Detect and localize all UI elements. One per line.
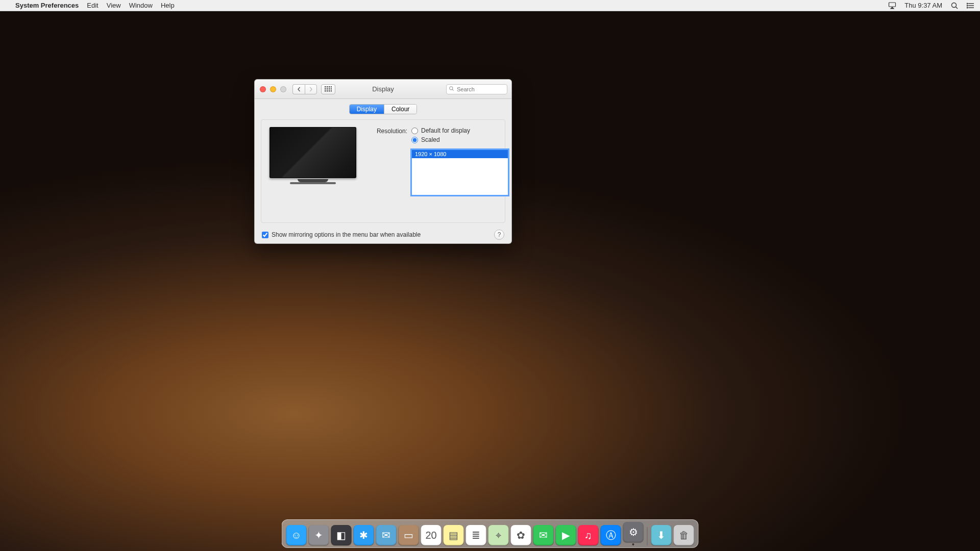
dock-app-itunes[interactable]: ♫ (578, 525, 599, 545)
dock-app-mail[interactable]: ✉ (376, 525, 397, 545)
dock-app-system-preferences[interactable]: ⚙ (623, 522, 644, 542)
svg-rect-14 (327, 88, 328, 90)
radio-default-for-display[interactable]: Default for display (411, 127, 508, 134)
window-footer: Show mirroring options in the menu bar w… (255, 226, 511, 243)
dock-app-finder[interactable]: ☺ (286, 525, 307, 545)
airplay-icon[interactable] (888, 2, 896, 10)
svg-rect-12 (331, 86, 332, 88)
dock-app-messages[interactable]: ✉ (533, 525, 554, 545)
dock: ☺✦◧✱✉▭20▤≣⌖✿✉▶♫Ⓐ⚙⬇🗑 (282, 519, 699, 548)
radio-scaled-label: Scaled (421, 136, 440, 143)
search-icon[interactable] (950, 2, 959, 10)
window-minimize-button[interactable] (270, 86, 276, 92)
radio-scaled[interactable]: Scaled (411, 136, 508, 143)
tab-colour[interactable]: Colour (384, 105, 416, 114)
menubar-item-view[interactable]: View (107, 2, 121, 9)
menubar-app-name[interactable]: System Preferences (15, 2, 79, 9)
dock-app-contacts[interactable]: ▭ (399, 525, 419, 545)
dock-running-indicator (632, 543, 634, 545)
dock-app-photos[interactable]: ✿ (511, 525, 531, 545)
resolution-option[interactable]: 980 × 551 (412, 150, 508, 158)
svg-rect-10 (327, 86, 328, 88)
dock-app-downloads[interactable]: ⬇ (651, 525, 672, 545)
menubar-item-help[interactable]: Help (161, 2, 175, 9)
window-zoom-button (280, 86, 286, 92)
radio-default-input[interactable] (411, 128, 418, 134)
tab-display-label: Display (357, 106, 377, 113)
svg-rect-11 (329, 86, 330, 88)
menubar: System Preferences Edit View Window Help… (0, 0, 980, 11)
radio-scaled-input[interactable] (411, 137, 418, 143)
svg-point-7 (967, 5, 968, 6)
svg-line-2 (956, 7, 958, 9)
display-preferences-window: Display Display Colour Resolution: (254, 79, 512, 244)
tab-bar: Display Colour (349, 104, 418, 114)
mirroring-checkbox[interactable] (262, 232, 268, 238)
window-close-button[interactable] (260, 86, 266, 92)
resolution-label: Resolution: (369, 127, 407, 135)
mirroring-label: Show mirroring options in the menu bar w… (272, 231, 421, 238)
radio-default-label: Default for display (421, 127, 470, 134)
dock-app-trash[interactable]: 🗑 (674, 525, 694, 545)
tab-colour-label: Colour (391, 106, 409, 113)
dock-app-reminders[interactable]: ≣ (466, 525, 486, 545)
svg-point-1 (952, 3, 957, 7)
svg-rect-19 (329, 90, 330, 92)
svg-point-6 (967, 3, 968, 4)
svg-rect-9 (325, 86, 326, 88)
dock-app-mission-control[interactable]: ◧ (331, 525, 352, 545)
show-all-prefs-button[interactable] (321, 84, 335, 94)
nav-forward-button[interactable] (305, 84, 317, 94)
svg-point-21 (450, 86, 453, 89)
dock-app-calendar[interactable]: 20 (421, 525, 442, 545)
help-button[interactable]: ? (494, 230, 504, 240)
dock-app-maps[interactable]: ⌖ (488, 525, 509, 545)
menubar-item-edit[interactable]: Edit (87, 2, 98, 9)
search-field-icon (449, 86, 454, 92)
resolution-list[interactable]: 980 × 551 (411, 149, 508, 195)
svg-rect-17 (325, 90, 326, 92)
svg-rect-18 (327, 90, 328, 92)
window-titlebar[interactable]: Display (255, 80, 511, 99)
menubar-item-window[interactable]: Window (129, 2, 153, 9)
search-input[interactable] (446, 84, 507, 94)
dock-app-app-store[interactable]: Ⓐ (601, 525, 621, 545)
dock-app-notes[interactable]: ▤ (444, 525, 464, 545)
dock-app-safari[interactable]: ✱ (354, 525, 374, 545)
menubar-clock[interactable]: Thu 9:37 AM (904, 2, 942, 9)
svg-rect-0 (889, 3, 896, 7)
svg-rect-15 (329, 88, 330, 90)
dock-separator (647, 527, 648, 545)
svg-rect-20 (331, 90, 332, 92)
menu-list-icon[interactable] (967, 2, 975, 10)
nav-back-button[interactable] (292, 84, 305, 94)
svg-point-8 (967, 7, 968, 8)
display-thumbnail (270, 127, 356, 215)
svg-rect-16 (331, 88, 332, 90)
display-panel: Resolution: Default for display Scaled 1… (261, 119, 505, 223)
svg-line-22 (452, 89, 453, 90)
svg-rect-13 (325, 88, 326, 90)
dock-app-launchpad[interactable]: ✦ (309, 525, 329, 545)
tab-display[interactable]: Display (350, 105, 384, 114)
dock-app-facetime[interactable]: ▶ (556, 525, 576, 545)
